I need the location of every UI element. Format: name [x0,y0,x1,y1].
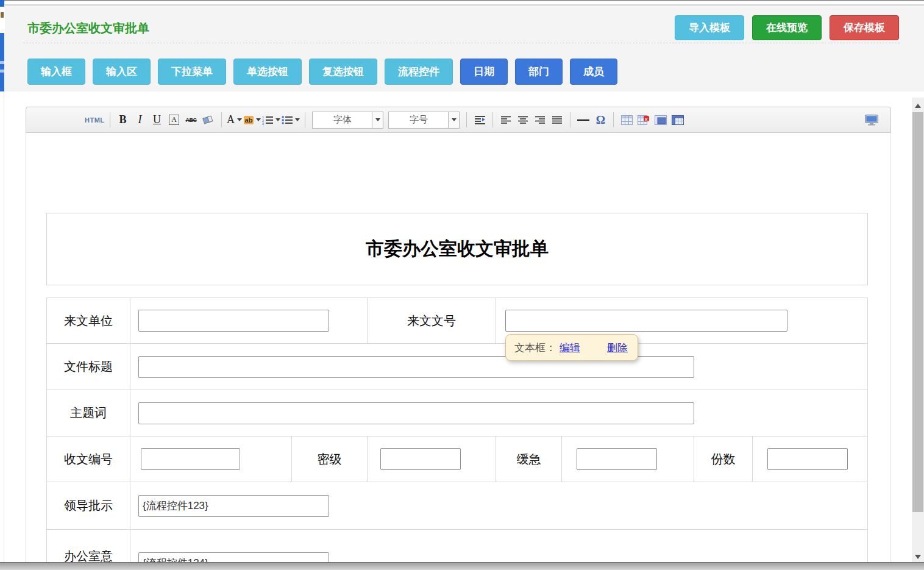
vertical-scrollbar[interactable] [912,98,924,570]
table-row: 领导批示 [47,482,868,530]
strikethrough-icon: ABC [186,117,197,123]
boxed-a-icon: A [169,115,179,125]
italic-icon: I [138,113,142,126]
format-style-button[interactable]: A [166,112,182,128]
underline-icon: U [153,113,161,126]
table-cell-icon [655,115,667,125]
font-family-dropdown-button[interactable] [372,112,383,128]
label-urgency: 缓急 [496,436,562,482]
widget-button-dropdown-menu[interactable]: 下拉菜单 [158,59,226,85]
justify-button[interactable] [549,112,565,128]
copies-input[interactable] [767,448,848,470]
unordered-list-button[interactable] [282,112,300,128]
secrecy-level-input[interactable] [380,448,461,470]
left-edge-border [4,91,4,562]
widget-toolbar: 输入框 输入区 下拉菜单 单选按钮 复选按钮 流程控件 日期 部门 成员 [27,59,617,85]
highlight-icon: ab [244,116,254,124]
indent-button[interactable] [472,112,488,128]
left-edge-artifact-stripe [0,69,4,73]
font-family-value: 字体 [313,112,372,128]
tooltip-delete-link[interactable]: 删除 [607,341,628,355]
svg-text:3: 3 [262,122,264,125]
widget-button-input-area[interactable]: 输入区 [93,59,151,85]
align-center-button[interactable] [515,112,531,128]
tooltip-edit-link[interactable]: 编辑 [560,341,580,355]
fullscreen-button[interactable] [864,112,880,128]
window-top-edge [0,0,924,1]
insert-table-button[interactable] [619,112,634,128]
scrollbar-up-button[interactable] [912,99,924,112]
align-left-button[interactable] [498,112,514,128]
window-top-inner-edge [0,4,924,5]
widget-button-member[interactable]: 成员 [570,59,617,85]
underline-button[interactable]: U [149,112,165,128]
receipt-number-input[interactable] [141,448,240,470]
label-receipt-number: 收文编号 [47,436,130,482]
table-cell-button[interactable] [653,112,669,128]
highlight-color-button[interactable]: ab [244,112,261,128]
font-color-button[interactable]: A [227,112,243,128]
label-subject-words: 主题词 [47,390,130,436]
label-copies: 份数 [694,436,753,482]
fullscreen-monitor-icon [865,115,878,126]
widget-button-flow-control[interactable]: 流程控件 [385,59,453,85]
toolbar-separator [221,112,222,127]
table-row: 办公室意见 [47,530,868,563]
widget-button-department[interactable]: 部门 [515,59,563,85]
scrollbar-down-button[interactable] [912,550,924,563]
chevron-down-icon [256,118,261,121]
left-edge-artifact-icon [1,12,4,18]
chevron-down-icon [295,118,300,121]
ordered-list-icon: 1 2 3 [262,115,273,125]
toolbar-separator [492,112,493,127]
flow-control-field-123[interactable] [138,495,329,517]
doc-number-input[interactable] [505,310,787,332]
save-template-button[interactable]: 保存模板 [830,15,899,40]
editor-canvas[interactable]: 市委办公室收文审批单 来文单位 来文文号 文件标题 主题词 收文 [26,133,891,563]
horizontal-rule-button[interactable] [575,112,591,128]
font-size-select[interactable]: 字号 [388,112,460,129]
align-left-icon [501,116,511,124]
approval-form-table: 来文单位 来文文号 文件标题 主题词 收文编号 密级 缓急 份数 [46,297,868,563]
font-size-dropdown-button[interactable] [448,112,459,128]
table-row: 主题词 [47,390,868,436]
page-title: 市委办公室收文审批单 [27,20,149,37]
indent-icon [475,115,485,124]
widget-button-checkbox[interactable]: 复选按钮 [309,59,377,85]
html-source-icon: HTML [85,116,105,124]
font-family-select[interactable]: 字体 [312,112,383,129]
field-action-tooltip: 文本框： 编辑 删除 [505,334,638,361]
delete-table-button[interactable]: x [636,112,652,128]
source-unit-input[interactable] [138,310,329,332]
table-props-button[interactable] [670,112,686,128]
strikethrough-button[interactable]: ABC [183,112,199,128]
eraser-icon [202,115,214,124]
down-arrow-icon [915,555,921,559]
ordered-list-button[interactable]: 1 2 3 [262,112,280,128]
font-color-icon: A [227,113,235,126]
toolbar-separator [613,112,614,127]
toolbar-separator [570,112,570,127]
header-action-buttons: 导入模板 在线预览 保存模板 [675,15,899,40]
remove-format-button[interactable] [201,112,216,128]
chevron-down-icon [452,118,457,121]
chevron-down-icon [375,118,380,121]
subject-words-input[interactable] [138,402,694,424]
widget-button-date[interactable]: 日期 [460,59,508,85]
widget-button-radio[interactable]: 单选按钮 [233,59,302,85]
chevron-down-icon [275,118,280,121]
toolbar-separator [305,112,305,127]
html-source-button[interactable]: HTML [85,112,105,128]
scrollbar-thumb[interactable] [912,112,923,512]
editor-toolbar: HTML B I U A ABC A [26,107,891,133]
urgency-input[interactable] [577,448,657,470]
document-title-block[interactable]: 市委办公室收文审批单 [46,213,868,285]
align-right-button[interactable] [532,112,548,128]
flow-control-field-124[interactable] [138,552,329,563]
widget-button-input-box[interactable]: 输入框 [27,59,85,85]
import-template-button[interactable]: 导入模板 [675,15,744,40]
special-char-button[interactable]: Ω [592,112,608,128]
online-preview-button[interactable]: 在线预览 [752,15,822,40]
bold-button[interactable]: B [115,112,131,128]
italic-button[interactable]: I [132,112,148,128]
